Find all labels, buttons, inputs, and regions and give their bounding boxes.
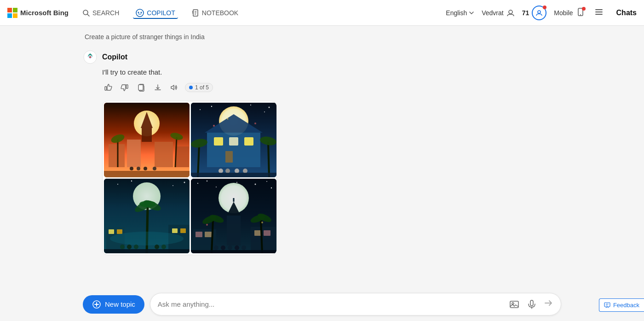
- user-icon: [506, 9, 515, 17]
- generated-image-3[interactable]: [104, 179, 190, 253]
- download-button[interactable]: [152, 82, 164, 93]
- svg-point-88: [120, 245, 125, 249]
- language-selector[interactable]: English: [446, 9, 474, 17]
- svg-point-7: [138, 12, 139, 13]
- mobile-button[interactable]: Mobile: [554, 7, 585, 18]
- copilot-avatar-icon: [83, 50, 98, 64]
- copilot-name: Copilot: [102, 53, 127, 61]
- feedback-button[interactable]: Feedback: [599, 298, 644, 312]
- bing-logo-icon: [7, 8, 17, 18]
- svg-rect-107: [196, 232, 202, 237]
- indicator-dot: [189, 86, 193, 89]
- svg-point-119: [221, 245, 225, 250]
- image-search-button[interactable]: [508, 298, 520, 310]
- search-icon: [82, 9, 90, 17]
- svg-rect-108: [205, 232, 212, 237]
- notebook-icon: [192, 9, 199, 17]
- svg-point-50: [269, 107, 270, 108]
- svg-point-44: [153, 167, 156, 170]
- svg-point-49: [264, 111, 265, 112]
- score-notification-dot: [543, 6, 546, 9]
- svg-point-100: [266, 181, 267, 182]
- generated-image-1[interactable]: [104, 103, 190, 177]
- send-button[interactable]: [543, 298, 553, 310]
- svg-rect-56: [244, 137, 253, 146]
- svg-point-90: [134, 245, 138, 249]
- svg-point-87: [110, 232, 184, 245]
- mobile-icon-wrap: [576, 7, 585, 18]
- main-content: Create a picture of stranger things in I…: [0, 26, 644, 321]
- svg-point-51: [250, 105, 251, 105]
- chats-label: Chats: [616, 9, 637, 17]
- copilot-response-text: I'll try to create that.: [102, 68, 561, 76]
- svg-point-18: [580, 14, 581, 15]
- copilot-label: COPILOT: [147, 9, 175, 17]
- user-prompt: Create a picture of stranger things in I…: [83, 33, 561, 41]
- hamburger-menu[interactable]: [592, 6, 605, 20]
- svg-point-65: [235, 169, 239, 173]
- feedback-icon: [604, 302, 610, 309]
- user-info[interactable]: Vedvrat: [482, 9, 514, 17]
- thumbs-down-button[interactable]: [119, 82, 131, 93]
- svg-line-61: [268, 142, 269, 177]
- svg-point-121: [235, 245, 239, 250]
- generated-image-2[interactable]: [191, 103, 276, 177]
- svg-rect-32: [142, 128, 152, 142]
- svg-rect-25: [105, 87, 107, 90]
- nav-logo[interactable]: Microsoft Bing: [7, 8, 69, 18]
- svg-rect-1: [13, 8, 17, 12]
- nav-search[interactable]: SEARCH: [80, 7, 122, 18]
- svg-line-77: [147, 206, 148, 253]
- svg-rect-0: [7, 8, 12, 12]
- svg-rect-110: [254, 230, 261, 236]
- mobile-label: Mobile: [554, 9, 573, 17]
- svg-point-63: [218, 169, 223, 173]
- svg-point-101: [271, 187, 272, 188]
- generated-image-4[interactable]: [191, 179, 276, 253]
- svg-point-122: [242, 245, 246, 250]
- svg-rect-33: [109, 144, 125, 167]
- copilot-message: Copilot I'll try to create that.: [83, 50, 561, 255]
- thumbs-up-button[interactable]: [102, 82, 114, 93]
- feedback-label: Feedback: [613, 302, 639, 309]
- score-badge[interactable]: 71: [522, 6, 547, 20]
- svg-point-41: [130, 167, 133, 170]
- svg-point-16: [538, 11, 540, 13]
- svg-point-99: [255, 184, 256, 185]
- nav-notebook[interactable]: NOTEBOOK: [189, 7, 241, 18]
- svg-rect-131: [604, 303, 610, 307]
- microphone-button[interactable]: [526, 298, 538, 310]
- image-grid: [103, 101, 276, 255]
- nav-right: English Vedvrat 71: [446, 6, 637, 20]
- svg-point-64: [225, 169, 230, 173]
- volume-button[interactable]: [168, 82, 180, 93]
- svg-point-95: [197, 183, 198, 184]
- nav-copilot[interactable]: COPILOT: [133, 7, 178, 19]
- svg-point-70: [254, 123, 256, 124]
- chat-area: Create a picture of stranger things in I…: [0, 26, 644, 321]
- new-topic-button[interactable]: New topic: [83, 295, 144, 314]
- svg-rect-67: [191, 173, 276, 177]
- score-number: 71: [522, 9, 529, 17]
- chat-input[interactable]: [158, 300, 504, 308]
- svg-rect-35: [155, 142, 173, 167]
- svg-rect-28: [138, 85, 143, 90]
- thumbs-down-icon: [121, 83, 129, 92]
- svg-point-24: [89, 56, 92, 58]
- svg-rect-58: [225, 151, 233, 163]
- input-box: [150, 293, 561, 315]
- svg-rect-3: [13, 13, 17, 18]
- nav-left: Microsoft Bing SEARCH COPILOT: [7, 7, 446, 19]
- language-text: English: [446, 9, 467, 17]
- svg-point-89: [127, 245, 132, 249]
- volume-icon: [170, 83, 178, 92]
- svg-point-8: [141, 12, 142, 13]
- svg-point-124: [206, 224, 208, 226]
- copy-button[interactable]: [135, 82, 147, 93]
- notebook-label: NOTEBOOK: [202, 9, 238, 17]
- score-circle: [532, 6, 546, 20]
- svg-point-80: [139, 201, 156, 207]
- svg-rect-82: [109, 229, 114, 234]
- logo-text: Microsoft Bing: [20, 9, 69, 17]
- image-grid-container: [102, 101, 277, 255]
